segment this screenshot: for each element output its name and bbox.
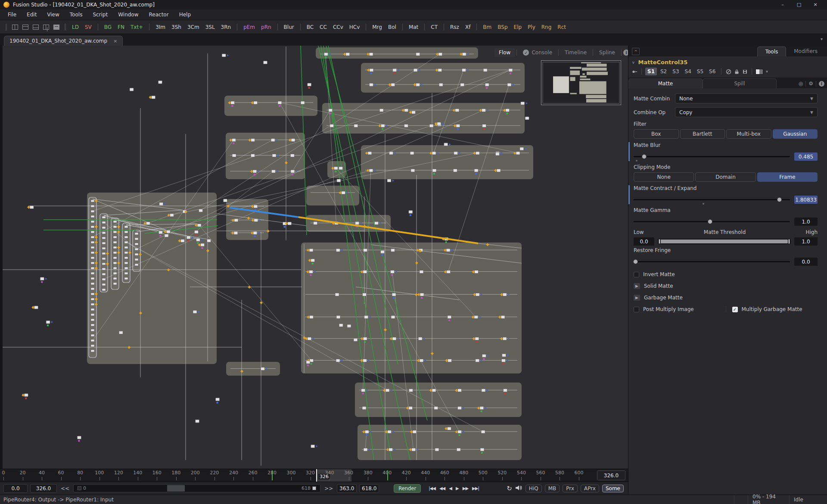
range-grip-high[interactable] bbox=[788, 239, 790, 244]
combine-op-dropdown[interactable]: Copy ▼ bbox=[675, 107, 818, 117]
menu-file[interactable]: File bbox=[3, 10, 22, 19]
menu-script[interactable]: Script bbox=[87, 10, 113, 19]
garbage-matte-expander-icon[interactable]: ▶ bbox=[634, 295, 640, 301]
filter-box[interactable]: Box bbox=[634, 129, 679, 139]
menu-help[interactable]: Help bbox=[174, 10, 196, 19]
subtab-spill[interactable]: Spill bbox=[703, 78, 777, 88]
panel-collapse-icon[interactable]: ^ bbox=[632, 48, 640, 55]
info-icon[interactable]: i bbox=[623, 50, 628, 56]
flow-tab-console[interactable]: ✓Console bbox=[519, 48, 557, 57]
toolbar-hcv-button[interactable]: HCv bbox=[346, 23, 363, 31]
loop-icon[interactable]: ↻ bbox=[507, 485, 512, 492]
flow-view[interactable]: Flow✓ConsoleTimelineSplinei bbox=[3, 46, 628, 469]
tab-close-icon[interactable]: × bbox=[113, 38, 117, 44]
multiply-garbage-checkbox[interactable]: ✓ bbox=[732, 307, 738, 312]
post-multiply-checkbox[interactable] bbox=[634, 307, 639, 312]
toolbar-pem-button[interactable]: pEm bbox=[240, 23, 258, 31]
quality-aprx-button[interactable]: APrx bbox=[581, 485, 599, 492]
toolbar-rng-button[interactable]: Rng bbox=[538, 23, 555, 31]
toolbar-prn-button[interactable]: pRn bbox=[258, 23, 274, 31]
lock-icon[interactable] bbox=[733, 68, 740, 75]
version-slot-s1[interactable]: S1 bbox=[645, 68, 657, 75]
menu-edit[interactable]: Edit bbox=[22, 10, 42, 19]
node-graph[interactable] bbox=[3, 46, 628, 469]
version-slot-s6[interactable]: S6 bbox=[707, 68, 718, 75]
slider-handle[interactable] bbox=[633, 259, 638, 264]
toolbar-3sl-button[interactable]: 3SL bbox=[202, 23, 218, 31]
version-slot-s4[interactable]: S4 bbox=[683, 68, 693, 75]
clipping-frame[interactable]: Frame bbox=[757, 172, 818, 182]
toolbar-ply-button[interactable]: Ply bbox=[525, 23, 538, 31]
toolbar-rsz-button[interactable]: Rsz bbox=[447, 23, 462, 31]
close-button[interactable]: × bbox=[807, 0, 824, 9]
subtab-matte[interactable]: Matte bbox=[628, 78, 703, 88]
toolbar-bc-button[interactable]: BC bbox=[304, 23, 317, 31]
quality-hiq-button[interactable]: HiQ bbox=[525, 485, 542, 492]
clipping-none[interactable]: None bbox=[634, 172, 694, 182]
toolbar-txt+-button[interactable]: Txt+ bbox=[127, 23, 146, 31]
matte-blur-slider[interactable] bbox=[634, 156, 790, 157]
disable-icon[interactable] bbox=[725, 68, 732, 75]
slider-handle[interactable] bbox=[642, 154, 647, 159]
layout-5-icon[interactable] bbox=[53, 25, 59, 30]
toolbar-ccv-button[interactable]: CCv bbox=[330, 23, 346, 31]
quality-some-button[interactable]: Some bbox=[602, 485, 624, 492]
filter-multi-box[interactable]: Multi-box bbox=[726, 129, 771, 139]
solid-matte-expander-icon[interactable]: ▶ bbox=[634, 283, 640, 289]
render-end-field[interactable]: 618.0 bbox=[359, 484, 379, 493]
node-color-swatch[interactable] bbox=[755, 69, 763, 75]
tab-list-chevron-icon[interactable]: ▾ bbox=[821, 37, 823, 41]
jump-to-range-start-button[interactable]: << bbox=[59, 485, 71, 492]
toolbar-3sh-button[interactable]: 3Sh bbox=[168, 23, 184, 31]
version-slot-s3[interactable]: S3 bbox=[670, 68, 681, 75]
step-back-fast-button[interactable]: ◀◀ bbox=[439, 486, 445, 491]
menu-window[interactable]: Window bbox=[113, 10, 143, 19]
toolbar-bm-button[interactable]: Bm bbox=[480, 23, 494, 31]
menu-view[interactable]: View bbox=[42, 10, 64, 19]
toolbar-cc-button[interactable]: CC bbox=[317, 23, 330, 31]
toolbar-mat-button[interactable]: Mat bbox=[406, 23, 421, 31]
filter-bartlett[interactable]: Bartlett bbox=[680, 129, 725, 139]
toolbar-rct-button[interactable]: Rct bbox=[554, 23, 569, 31]
minimize-button[interactable]: – bbox=[774, 0, 791, 9]
save-settings-icon[interactable] bbox=[741, 68, 748, 75]
range-start-checkbox[interactable] bbox=[78, 486, 81, 490]
restore-fringe-slider[interactable] bbox=[634, 261, 790, 262]
layout-1-icon[interactable] bbox=[12, 25, 18, 30]
menu-reactor[interactable]: Reactor bbox=[144, 10, 174, 19]
swatch-chevron-icon[interactable]: ▾ bbox=[766, 69, 768, 74]
toolbar-xf-button[interactable]: Xf bbox=[462, 23, 473, 31]
goto-start-button[interactable]: |◀◀ bbox=[429, 486, 435, 491]
toolbar-blur-button[interactable]: Blur bbox=[281, 23, 297, 31]
render-start-field[interactable]: 363.0 bbox=[337, 484, 357, 493]
toolbar-bg-button[interactable]: BG bbox=[101, 23, 115, 31]
quality-mb-button[interactable]: MB bbox=[545, 485, 560, 492]
node-collapse-chevron-icon[interactable]: ∨ bbox=[632, 60, 635, 65]
jump-to-range-end-button[interactable]: >> bbox=[323, 485, 334, 492]
toolbar-elp-button[interactable]: Elp bbox=[511, 23, 525, 31]
clipping-domain[interactable]: Domain bbox=[695, 172, 755, 182]
slider-handle[interactable] bbox=[708, 219, 712, 224]
range-end-checkbox[interactable] bbox=[312, 486, 316, 490]
step-forward-fast-button[interactable]: ▶▶ bbox=[463, 486, 468, 491]
threshold-high-value[interactable]: 1.0 bbox=[794, 237, 818, 246]
info-icon[interactable]: i bbox=[819, 81, 824, 87]
layout-2-icon[interactable] bbox=[22, 25, 28, 30]
menu-tools[interactable]: Tools bbox=[65, 10, 88, 19]
matte-contract-slider[interactable] bbox=[634, 199, 790, 200]
node-header[interactable]: ∨ MatteControl35 bbox=[628, 56, 827, 67]
version-slot-s2[interactable]: S2 bbox=[658, 68, 669, 75]
current-frame-box[interactable]: 326.0 bbox=[597, 470, 625, 480]
filter-gaussian[interactable]: Gaussian bbox=[773, 129, 818, 139]
target-icon[interactable]: ◎ bbox=[799, 81, 803, 87]
toolbar-bol-button[interactable]: Bol bbox=[385, 23, 399, 31]
slider-handle[interactable] bbox=[777, 197, 782, 202]
play-forward-button[interactable]: ▶ bbox=[456, 486, 459, 491]
layout-4-icon[interactable] bbox=[43, 25, 49, 30]
layout-3-icon[interactable] bbox=[33, 25, 39, 30]
goto-end-button[interactable]: ▶▶| bbox=[472, 486, 479, 491]
toolbar-ld-button[interactable]: LD bbox=[69, 23, 82, 31]
playhead[interactable] bbox=[316, 469, 317, 482]
toolbar-ct-button[interactable]: CT bbox=[428, 23, 441, 31]
global-start-field[interactable]: 0.0 bbox=[3, 484, 28, 493]
